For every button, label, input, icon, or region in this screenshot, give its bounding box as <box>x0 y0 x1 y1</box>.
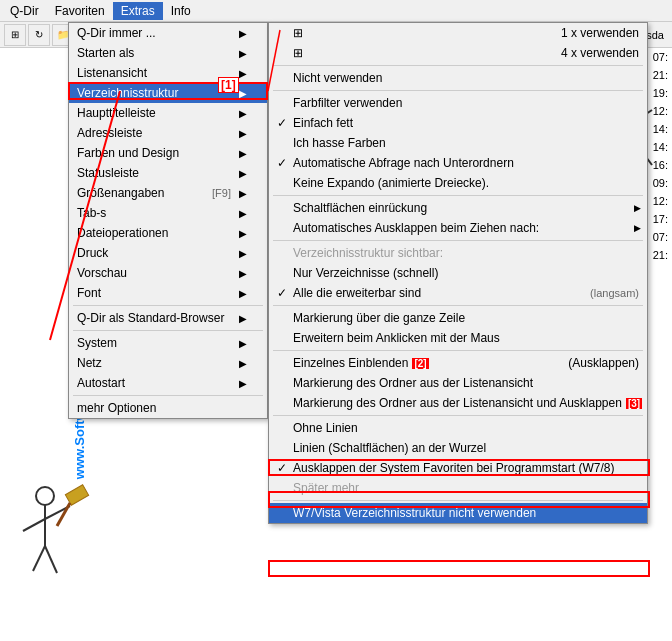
arrow-icon: ▶ <box>239 208 247 219</box>
sub-spaeter: Später mehr <box>269 478 647 498</box>
sub-4x[interactable]: ⊞ 4 x verwenden <box>269 43 647 63</box>
sub-farbfilter[interactable]: Farbfilter verwenden <box>269 93 647 113</box>
vsep1 <box>273 65 643 66</box>
svg-rect-16 <box>65 485 88 505</box>
vsep5 <box>273 305 643 306</box>
arrow-icon: ▶ <box>239 268 247 279</box>
arrow-icon: ▶ <box>239 358 247 369</box>
ausklappen-label: (Ausklappen) <box>568 356 639 370</box>
langsam-label: (langsam) <box>590 287 639 299</box>
menu-statusleiste[interactable]: Statusleiste ▶ <box>69 163 267 183</box>
arrow-icon: ▶ <box>239 88 247 99</box>
annotation-label-1: [1] <box>218 77 239 93</box>
sub-markierung-ausklappen[interactable]: Markierung des Ordner aus der Listenansi… <box>269 393 647 413</box>
menu-autostart[interactable]: Autostart ▶ <box>69 373 267 393</box>
svg-line-17 <box>57 503 70 526</box>
menu-qdir[interactable]: Q-Dir <box>2 2 47 20</box>
menu-groessenangaben[interactable]: Größenangaben [F9] ▶ <box>69 183 267 203</box>
sep3 <box>73 395 263 396</box>
svg-line-19 <box>45 546 57 573</box>
arrow-icon: ▶ <box>239 313 247 324</box>
sub-ich-hasse[interactable]: Ich hasse Farben <box>269 133 647 153</box>
sub-auto-abfrage[interactable]: Automatische Abfrage nach Unterordnern <box>269 153 647 173</box>
arrow-icon: ▶ <box>239 148 247 159</box>
badge-2: [2] <box>412 358 428 369</box>
svg-line-18 <box>33 546 45 571</box>
vsep8 <box>273 500 643 501</box>
menu-mehr-optionen[interactable]: mehr Optionen <box>69 398 267 418</box>
menu-bar: Q-Dir Favoriten Extras Info <box>0 0 672 22</box>
sub-1x[interactable]: ⊞ 1 x verwenden <box>269 23 647 43</box>
sub-linien-wurzel[interactable]: Linien (Schaltflächen) an der Wurzel <box>269 438 647 458</box>
grid-icon: ⊞ <box>293 26 303 40</box>
menu-system[interactable]: System ▶ <box>69 333 267 353</box>
arrow-icon: ▶ <box>239 228 247 239</box>
arrow-icon: ▶ <box>239 168 247 179</box>
arrow-icon: ▶ <box>239 108 247 119</box>
menu-favoriten[interactable]: Favoriten <box>47 2 113 20</box>
svg-line-14 <box>23 519 45 531</box>
arrow-icon: ▶ <box>239 248 247 259</box>
grid4-icon: ⊞ <box>293 46 303 60</box>
sub-markierung-ganze[interactable]: Markierung über die ganze Zeile <box>269 308 647 328</box>
sub-auto-ausklappen[interactable]: Automatisches Ausklappen beim Ziehen nac… <box>269 218 647 238</box>
sub-nur-verz[interactable]: Nur Verzeichnisse (schnell) <box>269 263 647 283</box>
badge-3: [3] <box>626 398 642 409</box>
sub-erweitern[interactable]: Erweitern beim Anklicken mit der Maus <box>269 328 647 348</box>
toolbar-icon1[interactable]: ⊞ <box>4 24 26 46</box>
menu-qdir-immer[interactable]: Q-Dir immer ... ▶ <box>69 23 267 43</box>
sub-keine-expando[interactable]: Keine Expando (animierte Dreiecke). <box>269 173 647 193</box>
menu-standard-browser[interactable]: Q-Dir als Standard-Browser ▶ <box>69 308 267 328</box>
sub-nicht[interactable]: Nicht verwenden <box>269 68 647 88</box>
menu-font[interactable]: Font ▶ <box>69 283 267 303</box>
menu-haupttitelleiste[interactable]: Haupttitelleiste ▶ <box>69 103 267 123</box>
arrow-icon: ▶ <box>239 128 247 139</box>
vsep2 <box>273 90 643 91</box>
vsep6 <box>273 350 643 351</box>
sub-ausklappen-system[interactable]: Ausklappen der System Favoriten bei Prog… <box>269 458 647 478</box>
menu-extras[interactable]: Extras <box>113 2 163 20</box>
sub-schaltflaechen[interactable]: Schaltflächen einrückung <box>269 198 647 218</box>
arrow-icon: ▶ <box>239 338 247 349</box>
verz-submenu: ⊞ 1 x verwenden ⊞ 4 x verwenden Nicht ve… <box>268 22 648 524</box>
sub-alle-erweiterbar[interactable]: Alle die erweiterbar sind (langsam) <box>269 283 647 303</box>
sep2 <box>73 330 263 331</box>
sub-w7vista[interactable]: W7/Vista Verzeichnisstruktur nicht verwe… <box>269 503 647 523</box>
sep1 <box>73 305 263 306</box>
toolbar-icon2[interactable]: ↻ <box>28 24 50 46</box>
arrow-icon: ▶ <box>239 28 247 39</box>
menu-adressleiste[interactable]: Adressleiste ▶ <box>69 123 267 143</box>
sub-einfach-fett[interactable]: Einfach fett <box>269 113 647 133</box>
arrow-icon: ▶ <box>239 188 247 199</box>
menu-druck[interactable]: Druck ▶ <box>69 243 267 263</box>
shortcut-f9: [F9] <box>212 187 235 199</box>
menu-starten-als[interactable]: Starten als ▶ <box>69 43 267 63</box>
vsep4 <box>273 240 643 241</box>
sub-markierung-ordner[interactable]: Markierung des Ordner aus der Listenansi… <box>269 373 647 393</box>
menu-vorschau[interactable]: Vorschau ▶ <box>69 263 267 283</box>
vsep7 <box>273 415 643 416</box>
arrow-icon: ▶ <box>239 48 247 59</box>
sub-einzelnes[interactable]: Einzelnes Einblenden [2] (Ausklappen) <box>269 353 647 373</box>
menu-netz[interactable]: Netz ▶ <box>69 353 267 373</box>
arrow-icon: ▶ <box>239 68 247 79</box>
sub-ohne-linien[interactable]: Ohne Linien <box>269 418 647 438</box>
menu-dateioperationen[interactable]: Dateioperationen ▶ <box>69 223 267 243</box>
menu-tabs[interactable]: Tab-s ▶ <box>69 203 267 223</box>
sub-verz-sichtbar: Verzeichnisstruktur sichtbar: <box>269 243 647 263</box>
menu-info[interactable]: Info <box>163 2 199 20</box>
svg-point-12 <box>36 487 54 505</box>
menu-farben-design[interactable]: Farben und Design ▶ <box>69 143 267 163</box>
arrow-icon: ▶ <box>239 378 247 389</box>
vsep3 <box>273 195 643 196</box>
arrow-icon: ▶ <box>239 288 247 299</box>
stickman-hammer <box>15 481 105 611</box>
